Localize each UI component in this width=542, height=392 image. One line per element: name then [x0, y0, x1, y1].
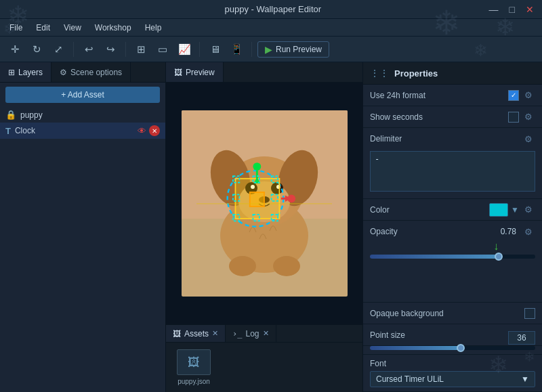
menu-workshop[interactable]: Workshop — [89, 22, 137, 34]
move-tool-button[interactable]: ✛ — [5, 40, 24, 59]
opaque-bg-label: Opaque background — [370, 309, 524, 318]
layer-item-clock[interactable]: T Clock 👁 ✕ — [0, 123, 165, 139]
point-size-slider-fill — [370, 346, 461, 350]
bottom-tab-bar: 🖼 Assets ✕ ›_ Log ✕ — [166, 325, 362, 343]
asset-puppy-name: puppy.json — [178, 378, 210, 385]
tab-scene-options[interactable]: ⚙ Scene options — [51, 62, 131, 82]
font-dropdown-arrow: ▼ — [521, 374, 529, 384]
title-bar: puppy - Wallpaper Editor — □ ✕ — [0, 0, 542, 19]
bottom-panel: 🖼 Assets ✕ ›_ Log ✕ 🖼 puppy.json — [166, 324, 362, 392]
preview-tab-label: Preview — [186, 68, 215, 77]
toolbar: ✛ ↻ ⤢ ↩ ↪ ⊞ ▭ 📈 🖥 📱 ▶ Run Preview — [0, 37, 542, 62]
maximize-button[interactable]: □ — [507, 4, 518, 15]
opacity-slider-thumb[interactable]: ↓ — [495, 253, 503, 261]
log-close-button[interactable]: ✕ — [263, 329, 269, 338]
show-seconds-gear[interactable]: ⚙ — [522, 110, 535, 124]
layer-item-puppy[interactable]: 🔒 puppy — [0, 107, 165, 123]
font-value: Cursed Timer ULiL — [376, 374, 444, 384]
opacity-slider-track[interactable]: ↓ — [370, 255, 535, 259]
menu-file[interactable]: File — [4, 22, 28, 34]
svg-point-8 — [251, 185, 255, 189]
prop-color: Color ▼ ⚙ — [363, 199, 542, 221]
text-type-icon: T — [5, 126, 11, 136]
properties-icon: ⋮⋮ — [370, 68, 389, 79]
grid-button[interactable]: ⊞ — [131, 40, 150, 59]
point-size-slider-thumb[interactable] — [457, 344, 465, 352]
rect-button[interactable]: ▭ — [153, 40, 172, 59]
use24h-gear[interactable]: ⚙ — [522, 89, 535, 102]
svg-point-13 — [273, 256, 300, 276]
delimiter-gear[interactable]: ⚙ — [522, 132, 535, 146]
menu-bar: File Edit View Workshop Help — [0, 19, 542, 37]
add-asset-button[interactable]: + Add Asset — [5, 87, 160, 103]
visibility-icon[interactable]: 👁 — [138, 126, 146, 136]
assets-tab-label: Assets — [184, 329, 209, 339]
menu-edit[interactable]: Edit — [30, 22, 56, 34]
close-button[interactable]: ✕ — [523, 4, 537, 15]
scale-tool-button[interactable]: ⤢ — [49, 40, 68, 59]
menu-view[interactable]: View — [58, 22, 87, 34]
delete-icon[interactable]: ✕ — [149, 125, 160, 136]
run-preview-button[interactable]: ▶ Run Preview — [257, 41, 329, 58]
undo-button[interactable]: ↩ — [79, 40, 98, 59]
layer-puppy-name: puppy — [20, 110, 160, 120]
tab-assets[interactable]: 🖼 Assets ✕ — [166, 325, 226, 342]
color-swatch[interactable] — [489, 203, 508, 217]
properties-header: ⋮⋮ Properties — [363, 62, 542, 85]
color-gear[interactable]: ⚙ — [522, 203, 535, 217]
center-panel: 🖼 Preview — [166, 62, 362, 392]
opacity-label-row: Opacity 0.78 ⚙ — [370, 225, 535, 238]
opaque-bg-checkbox[interactable] — [524, 308, 535, 319]
play-icon: ▶ — [265, 44, 272, 55]
minimize-button[interactable]: — — [486, 4, 501, 15]
mobile-button[interactable]: 📱 — [227, 40, 246, 59]
point-size-label: Point size — [370, 330, 519, 340]
point-size-slider-track[interactable] — [370, 346, 535, 350]
color-label: Color — [370, 205, 489, 215]
layer-clock-actions: 👁 ✕ — [138, 125, 160, 136]
run-preview-label: Run Preview — [276, 45, 322, 54]
display-button[interactable]: 🖥 — [205, 40, 224, 59]
prop-delimiter: Delimiter ⚙ - — [363, 128, 542, 199]
redo-button[interactable]: ↪ — [101, 40, 120, 59]
layers-tab-label: Layers — [18, 68, 43, 77]
prop-opaque-bg: Opaque background — [363, 303, 542, 324]
delimiter-input[interactable]: - — [370, 151, 535, 192]
window-title: puppy - Wallpaper Editor — [60, 4, 486, 14]
tab-log[interactable]: ›_ Log ✕ — [226, 325, 276, 342]
preview-tab[interactable]: 🖼 Preview — [166, 62, 224, 82]
opacity-slider-wrapper: ↓ — [370, 240, 535, 259]
log-icon: ›_ — [232, 329, 242, 339]
point-size-value-input[interactable] — [508, 331, 535, 345]
prop-font: Font Cursed Timer ULiL ▼ — [363, 355, 542, 392]
font-select[interactable]: Cursed Timer ULiL ▼ — [370, 371, 535, 387]
chart-button[interactable]: 📈 — [175, 40, 194, 59]
use24h-checkbox[interactable]: ✓ — [508, 90, 519, 101]
menu-help[interactable]: Help — [140, 22, 167, 34]
delimiter-header: Delimiter ⚙ — [370, 132, 535, 146]
opacity-gear[interactable]: ⚙ — [522, 225, 535, 238]
preview-area: 🖼 Preview — [166, 62, 362, 324]
prop-use24h: Use 24h format ✓ ⚙ — [363, 85, 542, 106]
assets-close-button[interactable]: ✕ — [212, 329, 218, 338]
color-dropdown-arrow[interactable]: ▼ — [511, 205, 519, 215]
left-panel: ⊞ Layers ⚙ Scene options + Add Asset 🔒 p… — [0, 62, 166, 392]
prop-show-seconds: Show seconds ⚙ — [363, 106, 542, 128]
prop-opacity: Opacity 0.78 ⚙ ↓ — [363, 221, 542, 303]
point-size-value-container — [508, 331, 535, 345]
use24h-label: Use 24h format — [370, 91, 508, 100]
svg-point-11 — [259, 196, 270, 203]
toolbar-separator-1 — [73, 42, 74, 57]
tab-layers[interactable]: ⊞ Layers — [0, 62, 51, 82]
alignment-line — [196, 203, 332, 204]
asset-item-puppy[interactable]: 🖼 puppy.json — [177, 349, 211, 385]
rotate-tool-button[interactable]: ↻ — [27, 40, 46, 59]
toolbar-separator-4 — [251, 42, 252, 57]
point-size-slider-wrapper — [370, 346, 535, 350]
show-seconds-checkbox[interactable] — [508, 112, 519, 123]
svg-point-10 — [276, 185, 280, 189]
log-tab-label: Log — [245, 329, 259, 339]
svg-point-12 — [229, 256, 256, 276]
layers-icon: ⊞ — [8, 68, 15, 77]
font-label: Font — [370, 359, 535, 368]
